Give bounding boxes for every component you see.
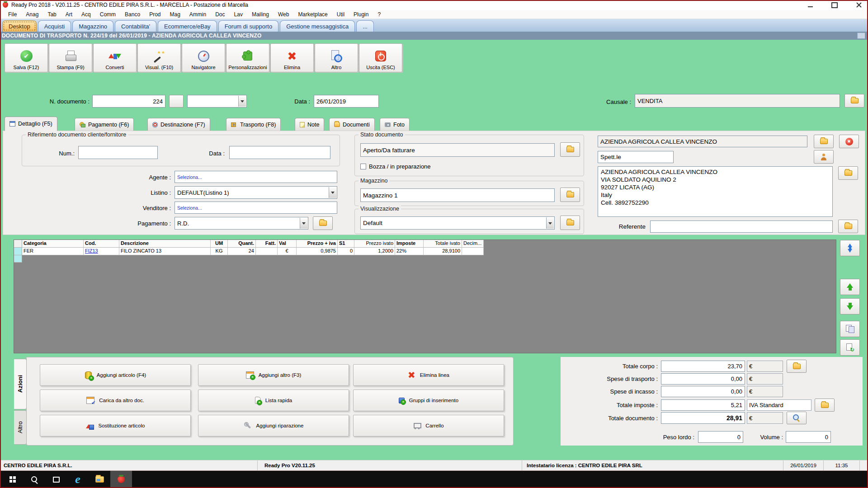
- new-row-selector[interactable]: [14, 255, 22, 263]
- tab-ecommerce-ebay[interactable]: Ecommerce/eBay: [158, 20, 217, 32]
- menu-item-ammin[interactable]: Ammin: [185, 11, 211, 18]
- cell-prezzo-piu-iva[interactable]: 0,9875: [297, 248, 338, 255]
- contact-person-button[interactable]: [814, 150, 834, 164]
- magazzino-lookup-button[interactable]: [560, 188, 580, 202]
- bozza-checkbox[interactable]: [360, 164, 366, 169]
- menu-item-util[interactable]: Util: [332, 11, 349, 18]
- convert-button[interactable]: Converti: [93, 43, 137, 72]
- menu-item-plugin[interactable]: Plugin: [349, 11, 373, 18]
- exit-button[interactable]: Uscita (ESC): [359, 43, 402, 72]
- delete-button[interactable]: Elimina: [270, 43, 314, 72]
- col-totale-ivato[interactable]: Totale ivato: [424, 240, 462, 248]
- pagamento-arrow-icon[interactable]: [300, 218, 307, 229]
- iva-regime-box[interactable]: IVA Standard: [747, 399, 811, 411]
- visualizzazione-select[interactable]: Default: [360, 216, 555, 230]
- menu-item-prod[interactable]: Prod: [145, 11, 165, 18]
- spese-trasporto-input[interactable]: 0,00: [661, 373, 745, 385]
- totale-corpo-lookup-button[interactable]: [787, 360, 807, 373]
- gruppi-di-inserimento-button[interactable]: Gruppi di inserimento: [353, 389, 504, 411]
- carica-da-altro-doc-button[interactable]: Carica da altro doc.: [40, 389, 191, 411]
- file-explorer-button[interactable]: [89, 471, 110, 488]
- cell-imposte[interactable]: 22%: [395, 248, 424, 255]
- cell-um[interactable]: KG: [211, 248, 228, 255]
- print-button[interactable]: Stampa (F9): [49, 43, 92, 72]
- spese-incasso-input[interactable]: 0,00: [661, 386, 745, 397]
- tab-altro-azioni[interactable]: Altro: [14, 410, 27, 445]
- task-view-button[interactable]: [45, 471, 67, 488]
- visualize-button[interactable]: Visual. (F10): [137, 43, 181, 72]
- table-row[interactable]: FER FIZ13 FILO ZINCATO 13 KG 24 € 0,9875…: [14, 248, 484, 255]
- menu-item-marketplace[interactable]: Marketplace: [293, 11, 332, 18]
- menu-item-mag[interactable]: Mag: [165, 11, 185, 18]
- tab-desktop[interactable]: Desktop: [2, 20, 37, 32]
- minimize-button[interactable]: [805, 1, 816, 9]
- totale-documento-input[interactable]: 28,91: [661, 412, 745, 424]
- col-val[interactable]: Val: [278, 240, 297, 248]
- visualizzazione-arrow-icon[interactable]: [546, 217, 554, 229]
- col-prezzo-ivato[interactable]: Prezzo ivato: [354, 240, 395, 248]
- tab-documenti[interactable]: Documenti: [329, 118, 375, 131]
- tab-note[interactable]: Note: [295, 118, 324, 131]
- agente-input[interactable]: Seleziona...: [175, 171, 337, 183]
- menu-item-lav[interactable]: Lav: [230, 11, 247, 18]
- magazzino-input[interactable]: Magazzino 1: [360, 188, 555, 202]
- carrello-button[interactable]: Carrello: [353, 415, 504, 436]
- pagamento-lookup-button[interactable]: [313, 216, 333, 230]
- tab-more[interactable]: ...: [356, 20, 374, 32]
- move-up-button[interactable]: [840, 279, 860, 295]
- totale-zoom-button[interactable]: [787, 412, 807, 424]
- tab-trasporto[interactable]: Trasporto (F8): [226, 118, 281, 131]
- tab-contabilita[interactable]: Contabilita': [115, 20, 156, 32]
- pagamento-select[interactable]: R.D.: [175, 217, 308, 230]
- customer-lookup-button[interactable]: [814, 135, 834, 148]
- close-button[interactable]: [854, 1, 864, 9]
- copy-line-button[interactable]: [840, 321, 860, 337]
- readypro-taskbar-button[interactable]: [110, 471, 132, 488]
- tab-forum-di-supporto[interactable]: Forum di supporto: [218, 20, 279, 32]
- doc-number-input[interactable]: 224: [92, 95, 165, 108]
- stato-input[interactable]: Aperto/Da fatturare: [360, 143, 555, 157]
- save-button[interactable]: Salva (F12): [5, 43, 48, 72]
- col-cod[interactable]: Cod.: [84, 240, 119, 248]
- doc-suffix-combo[interactable]: [187, 95, 247, 108]
- cell-val[interactable]: €: [278, 248, 297, 255]
- venditore-input[interactable]: Seleziona...: [175, 202, 337, 214]
- tab-pagamento[interactable]: Pagamento (F6): [75, 118, 134, 131]
- col-categoria[interactable]: Categoria: [22, 240, 84, 248]
- doc-date-input[interactable]: 26/01/2019: [314, 95, 379, 108]
- menu-item-comm[interactable]: Comm: [95, 11, 120, 18]
- customer-address-textarea[interactable]: AZIENDA AGRICOLA CALLEA VINCENZO VIA SOL…: [598, 166, 833, 217]
- stato-lookup-button[interactable]: [560, 142, 580, 157]
- navigator-button[interactable]: Navigatore: [182, 43, 225, 72]
- cell-cod-link[interactable]: FIZ13: [84, 248, 119, 255]
- internet-explorer-button[interactable]: e: [67, 471, 89, 488]
- tab-dettaglio[interactable]: Dettaglio (F5): [5, 117, 57, 131]
- tab-foto[interactable]: Foto: [380, 118, 410, 131]
- volume-input[interactable]: 0: [786, 431, 831, 443]
- cell-s1[interactable]: 0: [338, 248, 354, 255]
- customer-name-field[interactable]: AZIENDA AGRICOLA CALLEA VINCENZO: [598, 136, 807, 147]
- col-imposte[interactable]: Imposte: [395, 240, 424, 248]
- tab-destinazione[interactable]: Destinazione (F7): [147, 118, 210, 131]
- aggiungi-altro-button[interactable]: Aggiungi altro (F3): [198, 364, 349, 386]
- tab-magazzino[interactable]: Magazzino: [72, 20, 113, 32]
- col-um[interactable]: UM: [211, 240, 228, 248]
- row-selector[interactable]: [14, 248, 22, 255]
- col-s1[interactable]: S1: [338, 240, 354, 248]
- ref-date-input[interactable]: [229, 146, 330, 159]
- col-quant[interactable]: Quant.: [228, 240, 256, 248]
- move-down-button[interactable]: [840, 298, 860, 314]
- menu-item-acq[interactable]: Acq: [77, 11, 95, 18]
- cell-totale-ivato[interactable]: 28,9100: [424, 248, 462, 255]
- tab-acquisti[interactable]: Acquisti: [38, 20, 71, 32]
- col-fatt[interactable]: Fatt.: [256, 240, 278, 248]
- doc-number-aux-button[interactable]: [169, 95, 184, 108]
- other-button[interactable]: Altro: [315, 43, 358, 72]
- combo-arrow-icon[interactable]: [238, 96, 246, 107]
- totale-corpo-input[interactable]: 23,70: [661, 361, 745, 372]
- col-prezzo-piu-iva[interactable]: Prezzo + iva: [297, 240, 338, 248]
- customizations-button[interactable]: Personalizzazioni: [226, 43, 269, 72]
- menu-item-tab[interactable]: Tab: [43, 11, 61, 18]
- elimina-linea-button[interactable]: Elimina linea: [353, 364, 504, 386]
- col-decim[interactable]: Decim...: [462, 240, 484, 248]
